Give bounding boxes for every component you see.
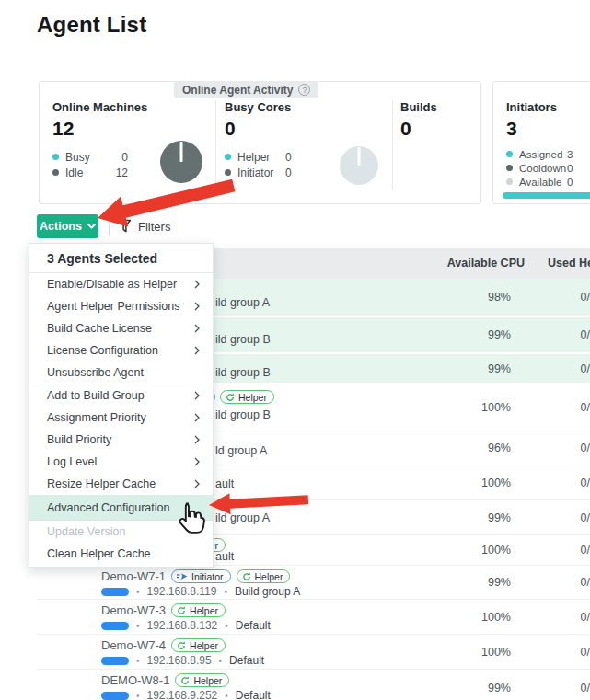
menu-item-update-version: Update Version: [29, 521, 213, 543]
actions-dropdown-menu: 3 Agents Selected Enable/Disable as Help…: [29, 243, 214, 568]
bullet: •: [224, 587, 227, 597]
initiator-badge: Initiator: [171, 569, 230, 583]
agent-name: DEMO-W8-1: [101, 673, 169, 687]
legend-available: Available 0: [506, 175, 590, 189]
initiator-dot: [225, 169, 231, 176]
menu-item-unsubscribe-agent[interactable]: Unsubscribe Agent: [29, 361, 213, 384]
bullet: •: [225, 621, 228, 631]
initiators-card: Initiators 3 Assigned 3 Cooldown 0 Avail…: [492, 81, 590, 204]
filters-button[interactable]: Filters: [118, 219, 170, 234]
refresh-icon: [180, 676, 190, 685]
bullet: •: [225, 691, 228, 700]
toolbar-divider: [109, 217, 110, 236]
agent-row[interactable]: DEMO-W8-1 Helper • 192.168.9.252 • Defau…: [37, 670, 590, 700]
agent-ip: 192.168.9.252: [147, 689, 218, 700]
submenu-arrow-icon: [194, 457, 200, 466]
menu-item-agent-helper-permissions[interactable]: Agent Helper Permissions: [29, 295, 213, 317]
submenu-arrow-icon: [194, 324, 200, 333]
busy-cores-title: Busy Cores: [225, 100, 335, 114]
submenu-arrow-icon: [194, 280, 200, 289]
menu-item-build-cache-license[interactable]: Build Cache License: [29, 317, 213, 339]
online-machines-title: Online Machines: [52, 100, 214, 114]
agent-group: Build group A: [235, 585, 300, 598]
menu-item-resize-helper-cache[interactable]: Resize Helper Cache: [29, 473, 213, 495]
refresh-icon: [177, 606, 186, 615]
bullet: •: [136, 587, 140, 597]
builds-value: 0: [400, 118, 474, 140]
agent-row[interactable]: Demo-W7-3 Helper • 192.168.8.132 • Defau…: [37, 600, 590, 635]
submenu-arrow-icon: [194, 391, 200, 400]
refresh-icon: [177, 641, 186, 650]
agent-os-pill: [101, 622, 129, 630]
initiator-icon: [177, 572, 188, 580]
menu-item-build-priority[interactable]: Build Priority: [29, 429, 213, 451]
menu-item-enable-disable-as-helper[interactable]: Enable/Disable as Helper: [29, 273, 213, 295]
online-machines-value: 12: [52, 118, 214, 140]
online-agent-activity-label: Online Agent Activity: [182, 84, 293, 97]
agent-os-pill: [101, 588, 129, 596]
help-icon[interactable]: ?: [298, 84, 310, 96]
agent-group: Default: [236, 619, 271, 632]
agent-group: Default: [229, 654, 264, 667]
page-title: Agent List: [37, 12, 146, 38]
helper-badge: Helper: [220, 390, 274, 404]
menu-item-advanced-configuration[interactable]: Advanced Configuration: [29, 495, 213, 521]
agent-row[interactable]: Demo-W7-1 Initiator Helper • 192.168: [37, 566, 590, 600]
agent-group: Default: [236, 689, 271, 700]
cooldown-dot: [506, 165, 513, 171]
column-used-helpers[interactable]: Used Help: [548, 257, 590, 270]
legend-initiator: Initiator 0: [225, 165, 335, 180]
menu-item-add-to-build-group[interactable]: Add to Build Group: [29, 384, 213, 407]
menu-header: 3 Agents Selected: [29, 244, 213, 273]
busy-cores-section: Busy Cores 0 Helper 0 Initiator 0: [225, 100, 335, 180]
initiators-value: 3: [506, 118, 590, 140]
submenu-arrow-icon: [194, 479, 200, 488]
helper-badge: Helper: [175, 673, 229, 687]
online-agent-activity-card: Online Agent Activity ? Online Machines …: [39, 81, 481, 204]
menu-item-assignment-priority[interactable]: Assignment Priority: [29, 407, 213, 429]
assigned-dot: [506, 151, 513, 157]
helper-badge: Helper: [237, 569, 291, 583]
menu-item-license-configuration[interactable]: License Configuration: [29, 339, 213, 361]
initiators-title: Initiators: [506, 100, 590, 114]
available-dot: [506, 178, 513, 185]
agent-os-pill: [101, 692, 129, 700]
bullet: •: [136, 691, 140, 700]
refresh-icon: [226, 393, 235, 402]
menu-item-clean-helper-cache[interactable]: Clean Helper Cache: [29, 543, 213, 565]
bullet: •: [136, 656, 140, 666]
helper-badge: Helper: [171, 603, 226, 617]
helper-badge: Helper: [171, 638, 226, 652]
builds-section: Builds 0: [400, 100, 474, 140]
agent-ip: 192.168.8.119: [147, 585, 217, 598]
column-available-cpu[interactable]: Available CPU: [447, 257, 525, 270]
idle-dot: [52, 169, 59, 176]
menu-item-log-level[interactable]: Log Level: [29, 451, 213, 473]
refresh-icon: [242, 572, 251, 581]
submenu-arrow-icon: [194, 346, 200, 355]
builds-title: Builds: [400, 100, 474, 114]
agent-name: Demo-W7-1: [101, 569, 166, 583]
submenu-arrow-icon: [194, 302, 200, 311]
agent-name: Demo-W7-3: [101, 603, 166, 617]
initiators-progress-bar: [503, 192, 590, 199]
filter-icon: [118, 219, 132, 234]
agent-ip: 192.168.8.95: [147, 654, 212, 667]
busy-dot: [52, 154, 59, 160]
submenu-arrow-icon: [194, 435, 200, 444]
online-machines-donut: [160, 141, 202, 183]
card-divider: [392, 100, 393, 190]
legend-assigned: Assigned 3: [506, 147, 590, 161]
actions-button[interactable]: Actions: [37, 214, 98, 238]
agent-os-pill: [101, 657, 129, 665]
chevron-down-icon: [87, 224, 96, 229]
busy-cores-value: 0: [225, 118, 335, 140]
online-agent-activity-pill: Online Agent Activity ?: [174, 81, 318, 98]
busy-cores-donut: [340, 146, 378, 185]
card-divider: [215, 100, 216, 190]
agent-row[interactable]: Demo-W7-4 Helper • 192.168.8.95 • Defaul…: [37, 635, 590, 670]
legend-helper: Helper 0: [225, 149, 335, 165]
donut-notch: [358, 147, 361, 166]
donut-notch: [180, 142, 183, 162]
agent-ip: 192.168.8.132: [147, 619, 218, 632]
